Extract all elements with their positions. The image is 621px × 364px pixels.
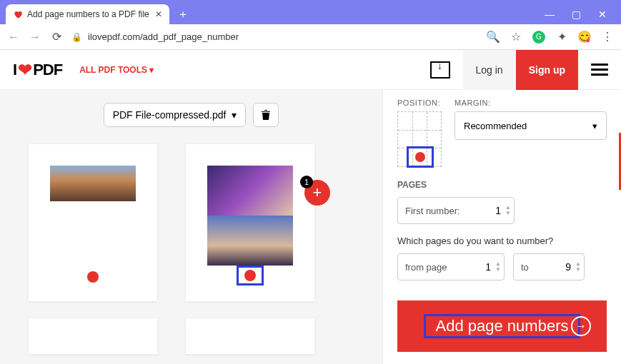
from-page-input[interactable]: from page 1 ▲▼ [397, 253, 505, 280]
page-thumbnail-2[interactable]: 1 + [186, 144, 314, 301]
chevron-down-icon: ▾ [232, 109, 237, 121]
browser-tab[interactable]: Add page numbers to a PDF file ✕ [6, 4, 169, 24]
extensions-icon[interactable]: ✦ [555, 31, 568, 44]
spinner-buttons[interactable]: ▲▼ [505, 205, 514, 216]
hamburger-menu-icon[interactable] [591, 61, 608, 79]
favicon-heart-icon [13, 9, 23, 19]
file-name: PDF File-compressed.pdf [113, 109, 227, 121]
tab-close-icon[interactable]: ✕ [154, 9, 164, 19]
profile-icon[interactable]: 😋 [578, 31, 591, 44]
from-page-value: 1 [481, 261, 495, 273]
add-page-numbers-button[interactable]: Add page numbers → [397, 300, 607, 352]
page-number-marker-icon [87, 271, 99, 283]
heart-icon: ❤ [18, 60, 31, 80]
trash-icon [261, 109, 271, 121]
spinner-buttons[interactable]: ▲▼ [575, 261, 584, 273]
position-grid[interactable] [397, 111, 442, 167]
page-thumbnail-1[interactable] [29, 144, 157, 301]
first-number-label: First number: [398, 206, 467, 216]
close-window-icon[interactable]: ✕ [598, 9, 607, 20]
minimize-icon[interactable]: — [545, 9, 555, 20]
cta-label: Add page numbers [424, 314, 581, 338]
page-thumbnail-4[interactable] [186, 318, 314, 354]
signup-button[interactable]: Sign up [516, 50, 578, 90]
to-page-value: 9 [561, 261, 575, 273]
spinner-buttons[interactable]: ▲▼ [495, 261, 504, 273]
pages-section-label: PAGES [397, 180, 607, 190]
pages-preview-area: PDF File-compressed.pdf ▾ [0, 90, 382, 364]
delete-file-button[interactable] [253, 103, 279, 127]
options-panel: POSITION: MARGIN: Recommended ▾ PAGES Fi… [382, 90, 621, 364]
position-label: POSITION: [397, 98, 442, 107]
first-number-value: 1 [491, 205, 505, 216]
download-icon[interactable] [430, 61, 450, 79]
forward-icon: → [29, 31, 41, 44]
range-question: Which pages do you want to number? [397, 236, 607, 246]
from-page-label: from page [398, 262, 454, 273]
to-page-label: to [514, 262, 536, 273]
logo-text-pdf: PDF [33, 61, 62, 79]
all-pdf-tools-link[interactable]: ALL PDF TOOLS ▾ [79, 65, 154, 75]
extension-grammarly-icon[interactable]: G [532, 31, 545, 44]
maximize-icon[interactable]: ▢ [572, 9, 581, 20]
first-number-input[interactable]: First number: 1 ▲▼ [397, 197, 515, 224]
add-files-badge: 1 [300, 176, 313, 188]
add-files-fab[interactable]: 1 + [304, 180, 330, 206]
page-image [207, 216, 293, 266]
reload-icon[interactable]: ⟳ [50, 30, 63, 44]
window-controls: — ▢ ✕ [545, 9, 621, 24]
browser-address-bar: ← → ⟳ 🔒 ilovepdf.com/add_pdf_page_number… [0, 24, 621, 50]
page-image [50, 166, 136, 201]
margin-label: MARGIN: [454, 98, 607, 107]
browser-menu-icon[interactable]: ⋮ [601, 31, 614, 44]
chevron-down-icon: ▾ [592, 121, 597, 131]
zoom-icon[interactable]: 🔍 [487, 31, 500, 44]
file-select-dropdown[interactable]: PDF File-compressed.pdf ▾ [104, 103, 247, 127]
position-selected-bottom-center [407, 146, 434, 168]
url-field[interactable]: 🔒 ilovepdf.com/add_pdf_page_number [71, 31, 478, 42]
new-tab-button[interactable]: ＋ [174, 5, 192, 24]
star-icon[interactable]: ☆ [510, 31, 522, 44]
logo-text-i: I [13, 61, 16, 79]
page-image [207, 166, 293, 216]
margin-select[interactable]: Recommended ▾ [454, 111, 607, 140]
app-header: I ❤ PDF ALL PDF TOOLS ▾ Log in Sign up [0, 50, 621, 90]
url-text: ilovepdf.com/add_pdf_page_number [88, 31, 239, 42]
login-button[interactable]: Log in [463, 50, 516, 90]
margin-value: Recommended [464, 121, 527, 131]
logo[interactable]: I ❤ PDF [13, 60, 62, 80]
browser-titlebar: Add page numbers to a PDF file ✕ ＋ — ▢ ✕ [0, 0, 621, 24]
arrow-right-icon: → [571, 316, 591, 336]
to-page-input[interactable]: to 9 ▲▼ [513, 253, 585, 280]
tab-title: Add page numbers to a PDF file [27, 9, 149, 19]
page-number-marker-highlight [237, 266, 264, 285]
lock-icon: 🔒 [71, 32, 82, 42]
page-thumbnail-3[interactable] [29, 318, 157, 354]
back-icon[interactable]: ← [7, 31, 20, 44]
